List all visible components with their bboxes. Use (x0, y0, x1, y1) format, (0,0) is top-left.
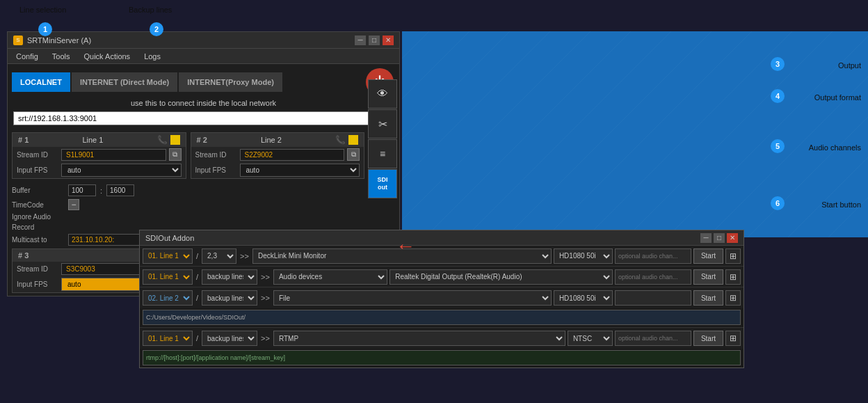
arrow-indicator: ← (396, 237, 415, 256)
sdiout-path-row-4 (140, 349, 744, 368)
sdiout-row-3: 02. Line 2 / backup lines >> File HD1080… (140, 287, 744, 308)
line1-number: # 1 (18, 136, 29, 144)
output-label: Output (838, 61, 861, 70)
sdiout-expand-4[interactable]: ⊞ (725, 331, 741, 346)
sdiout-audio-3[interactable] (615, 290, 691, 306)
srt-url-row: ⧉ (8, 110, 399, 129)
sdiout-line-select-2[interactable]: 01. Line 1 (143, 269, 193, 285)
buffer-label: Buffer (12, 187, 64, 194)
buffer-input-2[interactable] (106, 184, 134, 196)
sdiout-output-select-2[interactable]: Audio devices (273, 269, 387, 285)
settings-icon[interactable]: ✂ (368, 109, 397, 139)
sdiout-row-3-container: 02. Line 2 / backup lines >> File HD1080… (140, 287, 744, 328)
fps-select-2[interactable]: auto (240, 164, 360, 177)
line3-number: # 3 (18, 251, 29, 260)
ignore-audio-label: Ignore Audio (12, 213, 64, 221)
menu-bar: Config Tools Quick Actions Logs (8, 49, 399, 64)
stream-id-label-1: Stream ID (17, 151, 58, 159)
sdiout-sep-2: / (195, 273, 200, 281)
timecode-label: TimeCode (12, 201, 64, 209)
sdiout-format-select-4[interactable]: NTSC (568, 331, 613, 346)
sdiout-sep-1: / (195, 252, 200, 260)
window-title: SRTMiniServer (A) (27, 36, 91, 45)
stream-id-val-2: S2Z9002 (240, 149, 345, 161)
sdiout-maximize[interactable]: □ (714, 233, 725, 243)
sdiout-format-select-3[interactable]: HD1080 50i (554, 290, 613, 306)
sdiout-audio-1[interactable] (615, 248, 691, 264)
start-button-label: Start button (821, 200, 861, 209)
tab-localnet[interactable]: LOCALNET (12, 72, 70, 92)
sdiout-path-row-3 (140, 308, 744, 327)
sdiout-backup-select-2[interactable]: backup lines (202, 269, 257, 285)
menu-logs[interactable]: Logs (138, 51, 166, 62)
tab-internet-proxy[interactable]: INTERNET(Proxy Mode) (179, 72, 282, 92)
backup-lines-label: Backup lines (129, 6, 172, 14)
audio-channels-label: Audio channels (809, 143, 861, 152)
sdiout-audio-2[interactable] (615, 269, 691, 285)
sdiout-path-input-4[interactable] (143, 350, 741, 365)
sdiout-sep-3: / (195, 294, 200, 302)
annotation-bubble-2: 2 (150, 22, 163, 36)
sdiout-path-input-3[interactable] (143, 310, 741, 325)
minimize-button[interactable]: ─ (355, 35, 366, 45)
sdiout-start-btn-3[interactable]: Start (693, 290, 723, 306)
maximize-button[interactable]: □ (369, 35, 380, 45)
sdiout-minimize[interactable]: ─ (700, 233, 712, 243)
sdiout-start-btn-1[interactable]: Start (693, 248, 723, 264)
sdiout-row-1: 01. Line 1 / 2,3 >> DeckLink Mini Monito… (140, 246, 744, 267)
buffer-sep: : (100, 187, 102, 195)
tab-internet-direct[interactable]: INTERNET (Direct Mode) (72, 72, 177, 92)
close-button[interactable]: ✕ (383, 35, 394, 45)
timecode-minus[interactable]: − (68, 199, 79, 210)
network-hint: use this to connect inside the local net… (8, 96, 399, 110)
sdiout-title-bar: SDIOut Addon ─ □ ✕ (140, 230, 744, 246)
phone-icon-2: 📞 (335, 135, 346, 145)
sdiout-expand-2[interactable]: ⊞ (725, 269, 741, 285)
sdiout-output-select-4[interactable]: RTMP (273, 331, 565, 346)
sdiout-start-btn-2[interactable]: Start (693, 269, 723, 285)
sdiout-row-4-container: 01. Line 1 / backup lines >> RTMP NTSC S… (140, 328, 744, 368)
sdi-out-button[interactable]: SDIout (368, 169, 397, 198)
color-indicator-1 (170, 135, 180, 145)
sdiout-arrow-3: >> (259, 294, 271, 302)
fps-select-1[interactable]: auto (61, 164, 182, 177)
ignore-audio-row: Ignore Audio (12, 212, 395, 222)
sdiout-line-select-3[interactable]: 02. Line 2 (143, 290, 193, 306)
sdiout-line-select-1[interactable]: 01. Line 1 (143, 248, 193, 264)
sdiout-audio-4[interactable] (615, 331, 691, 346)
sdiout-backup-select-3[interactable]: backup lines (202, 290, 257, 306)
annotation-bubble-4: 4 (771, 89, 785, 103)
sdiout-format-select-1[interactable]: HD1080 50i (554, 248, 613, 264)
copy-icon-1[interactable]: ⧉ (169, 148, 182, 161)
preview-icon[interactable]: 👁 (368, 79, 397, 109)
sdiout-close[interactable]: ✕ (727, 233, 738, 243)
record-label: Record (12, 223, 64, 231)
buffer-input-1[interactable] (68, 184, 96, 196)
sdiout-window: SDIOut Addon ─ □ ✕ 01. Line 1 / 2,3 >> D… (139, 230, 744, 368)
output-format-label: Output format (814, 93, 861, 102)
line1-fps-row: Input FPS auto (13, 162, 186, 178)
line-selection-label: Line selection (19, 6, 66, 14)
line2-name: Line 2 (261, 136, 282, 144)
sdiout-expand-3[interactable]: ⊞ (725, 290, 741, 306)
line1-stream-row: Stream ID S1L9001 ⧉ (13, 147, 186, 162)
sdiout-backup-select-1[interactable]: 2,3 (202, 248, 236, 264)
stream-id-label-3: Stream ID (17, 265, 58, 273)
menu-quick-actions[interactable]: Quick Actions (78, 51, 136, 62)
sdiout-line-select-4[interactable]: 01. Line 1 (143, 331, 193, 346)
srt-url-input[interactable] (13, 111, 378, 125)
sdiout-format-select-2[interactable]: Realtek Digital Output (Realtek(R) Audio… (389, 269, 613, 285)
sdiout-start-btn-4[interactable]: Start (693, 331, 723, 346)
schedule-icon[interactable]: ≡ (368, 139, 397, 168)
sdiout-output-select-3[interactable]: File (273, 290, 552, 306)
copy-icon-2[interactable]: ⧉ (347, 148, 360, 161)
tab-bar: LOCALNET INTERNET (Direct Mode) INTERNET… (8, 64, 399, 96)
timecode-row: TimeCode − (12, 198, 395, 212)
menu-tools[interactable]: Tools (47, 51, 76, 62)
sdiout-expand-1[interactable]: ⊞ (725, 248, 741, 264)
sdiout-arrow-2: >> (259, 273, 271, 281)
color-indicator-2 (348, 135, 358, 145)
sdiout-backup-select-4[interactable]: backup lines (202, 331, 257, 346)
multicast-label: Multicast to (12, 236, 64, 244)
menu-config[interactable]: Config (10, 51, 44, 62)
